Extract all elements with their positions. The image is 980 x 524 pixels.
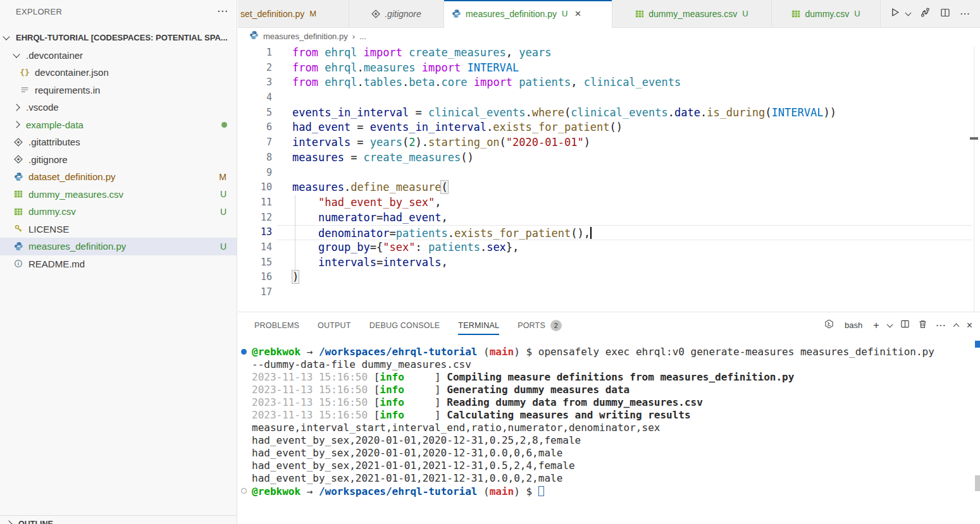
terminal-content[interactable]: @rebkwok → /workspaces/ehrql-tutorial (m…	[238, 340, 975, 497]
command-decoration-open[interactable]	[241, 488, 247, 494]
tree-item-devcontainer-json[interactable]: {}devcontainer.json	[0, 64, 237, 82]
panel-tab-label: PROBLEMS	[254, 321, 299, 330]
close-icon[interactable]: ×	[574, 9, 581, 18]
chevron-right-icon	[13, 104, 20, 111]
code-line-1[interactable]: 1from ehrql import create_measures, year…	[238, 46, 974, 61]
git-icon	[13, 138, 24, 147]
code-line-9[interactable]: 9	[238, 166, 974, 181]
panel-tab-ports[interactable]: PORTS2	[518, 312, 562, 338]
tab-set-definition-py[interactable]: set_definition.pyM	[238, 0, 349, 27]
tree-item-vscode[interactable]: .vscode	[0, 99, 237, 116]
open-changes-button[interactable]	[920, 7, 931, 20]
tab-gitignore[interactable]: .gitignore	[349, 0, 444, 27]
tree-item-requirements-in[interactable]: requirements.in	[0, 82, 237, 99]
terminal-row: --dummy-data-file dummy_measures.csv	[238, 358, 975, 371]
terminal-scrollbar[interactable]	[975, 475, 980, 491]
terminal-row: had_event_by_sex,2021-01-01,2021-12-31,0…	[238, 472, 975, 485]
command-decoration-filled[interactable]	[241, 349, 247, 355]
panel-tab-output[interactable]: OUTPUT	[318, 312, 351, 338]
new-terminal-button[interactable]: +	[873, 320, 879, 331]
tab-measures-definition-py[interactable]: measures_definition.pyU×	[444, 0, 612, 27]
panel-tab-terminal[interactable]: TERMINAL	[458, 312, 499, 338]
tree-item-gitignore[interactable]: .gitignore	[0, 151, 237, 169]
code-text: from ehrql import create_measures, years	[292, 46, 551, 61]
panel-actions: bash + ⋯ ×	[824, 319, 972, 331]
tree-item-example-data[interactable]: example-data	[0, 116, 237, 134]
kill-terminal-button[interactable]	[918, 319, 927, 331]
code-line-15[interactable]: 15 intervals=intervals,	[238, 255, 974, 271]
terminal-bash-icon	[824, 319, 834, 331]
chevron-down-icon	[3, 34, 9, 40]
line-number: 9	[238, 166, 272, 181]
line-number: 12	[238, 210, 272, 226]
code-line-5[interactable]: 5events_in_interval = clinical_events.wh…	[238, 106, 974, 121]
panel-tab-debug-console[interactable]: DEBUG CONSOLE	[369, 312, 440, 338]
maximize-panel-icon[interactable]	[953, 323, 959, 329]
code-text: denominator=patients.exists_for_patient(…	[292, 225, 592, 240]
tree-item-label: measures_definition.py	[28, 241, 126, 252]
tree-root-folder[interactable]: EHRQL-TUTORIAL [CODESPACES: POTENTIAL SP…	[0, 29, 237, 47]
split-editor-button[interactable]	[940, 8, 950, 20]
tree-item-label: dummy_measures.csv	[28, 189, 123, 200]
indent-guide	[295, 195, 295, 270]
code-line-3[interactable]: 3from ehrql.tables.beta.core import pati…	[238, 75, 974, 90]
explorer-header: EXPLORER ⋯	[0, 0, 237, 23]
tree-item-devcontainer[interactable]: .devcontainer	[0, 47, 237, 64]
list-icon	[19, 85, 30, 94]
tree-item-gitattributes[interactable]: .gitattributes	[0, 133, 237, 151]
outline-section-header[interactable]: OUTLINE	[0, 515, 237, 524]
code-editor[interactable]: 1from ehrql import create_measures, year…	[238, 44, 980, 312]
terminal-dropdown-icon[interactable]	[886, 321, 893, 327]
tree-item-label: .vscode	[26, 102, 59, 113]
chevron-right-icon	[5, 520, 12, 524]
tree-item-label: .gitattributes	[28, 137, 80, 147]
csv-icon	[791, 9, 800, 18]
tree-root-label: EHRQL-TUTORIAL [CODESPACES: POTENTIAL SP…	[16, 33, 228, 42]
code-line-17[interactable]: 17	[238, 285, 974, 300]
terminal-cursor[interactable]	[538, 486, 544, 496]
code-line-13[interactable]: 13 denominator=patients.exists_for_patie…	[238, 225, 974, 240]
code-text: numerator=had_event,	[292, 210, 448, 226]
panel-tab-label: DEBUG CONSOLE	[369, 321, 440, 330]
breadcrumb-file[interactable]: measures_definition.py	[263, 32, 348, 41]
tab-dummy-csv[interactable]: dummy.csvU	[772, 0, 881, 27]
tree-item-label: .gitignore	[28, 154, 68, 165]
close-panel-icon[interactable]: ×	[967, 320, 972, 331]
tab-label: .gitignore	[385, 9, 421, 19]
code-line-14[interactable]: 14 group_by={"sex": patients.sex},	[238, 240, 974, 255]
tree-item-label: dummy.csv	[28, 206, 76, 217]
tree-item-dataset-definition-py[interactable]: dataset_definition.pyM	[0, 168, 237, 186]
code-line-7[interactable]: 7intervals = years(2).starting_on("2020-…	[238, 135, 974, 150]
code-line-8[interactable]: 8measures = create_measures()	[238, 150, 974, 166]
tree-item-dummy-csv[interactable]: dummy.csvU	[0, 203, 237, 221]
code-line-10[interactable]: 10measures.define_measure(	[238, 180, 974, 195]
panel-more-button[interactable]: ⋯	[936, 319, 946, 331]
run-dropdown[interactable]	[905, 9, 912, 16]
python-icon	[13, 172, 24, 181]
tree-item-label: README.md	[28, 259, 85, 269]
tree-item-dummy-measures-csv[interactable]: dummy_measures.csvU	[0, 186, 237, 204]
tree-item-label: LICENSE	[28, 224, 69, 235]
git-status-badge: U	[220, 189, 226, 199]
run-button[interactable]	[890, 7, 900, 20]
tree-item-readme-md[interactable]: README.md	[0, 255, 237, 273]
code-line-11[interactable]: 11 "had_event_by_sex",	[238, 195, 974, 210]
explorer-more-icon[interactable]: ⋯	[217, 8, 228, 15]
tree-item-measures-definition-py[interactable]: measures_definition.pyU	[0, 238, 237, 255]
code-line-6[interactable]: 6had_event = events_in_interval.exists_f…	[238, 120, 974, 135]
breadcrumb[interactable]: measures_definition.py › ...	[238, 28, 980, 44]
terminal-row: 2023-11-13 15:16:50 [info ] Generating d…	[238, 384, 975, 396]
shell-label[interactable]: bash	[845, 320, 862, 330]
code-text: intervals=intervals,	[292, 255, 448, 271]
breadcrumb-more[interactable]: ...	[359, 32, 366, 41]
code-line-12[interactable]: 12 numerator=had_event,	[238, 210, 974, 226]
code-line-2[interactable]: 2from ehrql.measures import INTERVAL	[238, 61, 974, 76]
panel-tab-problems[interactable]: PROBLEMS	[254, 312, 299, 338]
code-line-16[interactable]: 16)	[238, 270, 974, 285]
code-line-4[interactable]: 4	[238, 90, 974, 106]
tab-dummy-measures-csv[interactable]: dummy_measures.csvU	[612, 0, 772, 27]
split-terminal-button[interactable]	[900, 319, 910, 331]
breadcrumb-separator: ›	[352, 32, 355, 41]
editor-more-button[interactable]: ⋯	[960, 8, 970, 20]
tree-item-license[interactable]: LICENSE	[0, 221, 237, 238]
